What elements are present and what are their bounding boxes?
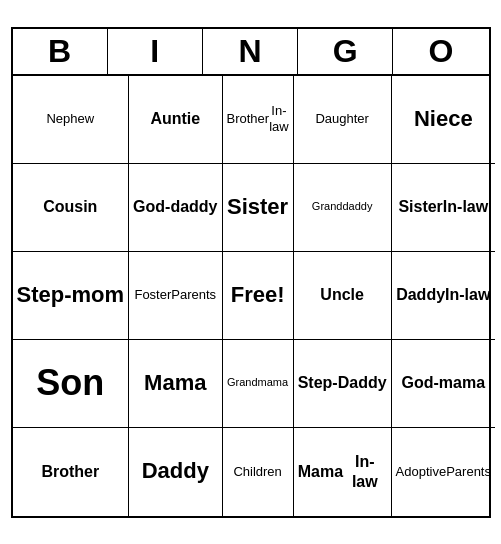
bingo-cell: Grandmama [223,340,294,428]
bingo-header-letter: N [203,29,298,74]
bingo-header-letter: G [298,29,393,74]
bingo-cell: Step-Daddy [294,340,392,428]
bingo-header-letter: B [13,29,108,74]
bingo-cell: Daughter [294,76,392,164]
bingo-header: BINGO [13,29,489,76]
bingo-cell: MamaIn-law [294,428,392,516]
bingo-cell: Step-mom [13,252,130,340]
bingo-cell: Nephew [13,76,130,164]
bingo-cell: Niece [392,76,495,164]
bingo-cell: Cousin [13,164,130,252]
bingo-cell: Granddaddy [294,164,392,252]
bingo-cell: Mama [129,340,222,428]
bingo-header-letter: O [393,29,488,74]
bingo-cell: Children [223,428,294,516]
bingo-grid: NephewAuntieBrotherIn-lawDaughterNieceCo… [13,76,489,516]
bingo-cell: Free! [223,252,294,340]
bingo-cell: DaddyIn-law [392,252,495,340]
bingo-header-letter: I [108,29,203,74]
bingo-cell: AdoptiveParents [392,428,495,516]
bingo-cell: SisterIn-law [392,164,495,252]
bingo-cell: Sister [223,164,294,252]
bingo-cell: Uncle [294,252,392,340]
bingo-cell: Auntie [129,76,222,164]
bingo-cell: God-mama [392,340,495,428]
bingo-cell: BrotherIn-law [223,76,294,164]
bingo-cell: Daddy [129,428,222,516]
bingo-cell: FosterParents [129,252,222,340]
bingo-card: BINGO NephewAuntieBrotherIn-lawDaughterN… [11,27,491,518]
bingo-cell: Son [13,340,130,428]
bingo-cell: Brother [13,428,130,516]
bingo-cell: God-daddy [129,164,222,252]
